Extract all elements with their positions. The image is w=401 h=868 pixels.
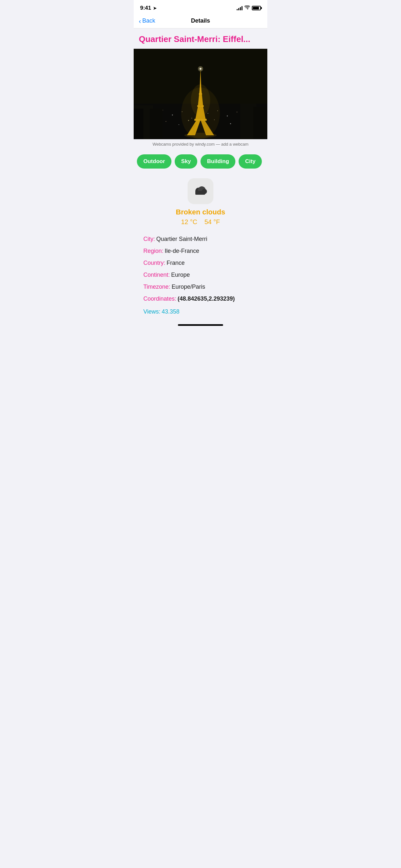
coordinates-value: (48.842635,2.293239) xyxy=(178,294,235,303)
back-chevron-icon: ‹ xyxy=(139,18,141,24)
views-value: 43.358 xyxy=(162,308,180,315)
wifi-icon xyxy=(244,5,250,11)
svg-point-24 xyxy=(230,123,231,124)
info-section: City: Quartier Saint-Merri Region: Ile-d… xyxy=(134,232,267,321)
tag-building[interactable]: Building xyxy=(201,154,235,168)
country-label: Country: xyxy=(143,259,165,268)
views-label: Views: xyxy=(143,308,160,315)
info-timezone-row: Timezone: Europe/Paris xyxy=(143,283,258,291)
svg-point-44 xyxy=(198,66,203,71)
svg-rect-53 xyxy=(195,191,205,195)
tag-sky[interactable]: Sky xyxy=(175,154,197,168)
status-bar: 9:41 ➤ xyxy=(134,0,267,14)
timezone-value: Europe/Paris xyxy=(172,283,205,291)
camera-image xyxy=(134,49,267,139)
time-display: 9:41 xyxy=(140,5,151,11)
svg-point-20 xyxy=(179,124,179,125)
svg-point-19 xyxy=(166,121,166,122)
temp-celsius: 12 °C xyxy=(181,218,197,225)
coordinates-label: Coordinates: xyxy=(143,294,176,303)
region-label: Region: xyxy=(143,247,163,255)
signal-icon xyxy=(237,6,243,10)
page-title: Quartier Saint-Merri: Eiffel... xyxy=(139,34,262,44)
svg-point-42 xyxy=(191,84,210,117)
info-city-row: City: Quartier Saint-Merri xyxy=(143,235,258,244)
tag-city[interactable]: City xyxy=(239,154,262,168)
nav-title: Details xyxy=(191,18,210,24)
info-continent-row: Continent: Europe xyxy=(143,271,258,279)
svg-point-12 xyxy=(227,116,228,117)
back-button[interactable]: ‹ Back xyxy=(139,18,155,24)
info-country-row: Country: France xyxy=(143,259,258,268)
svg-rect-31 xyxy=(134,108,143,139)
battery-icon xyxy=(252,6,261,10)
timezone-label: Timezone: xyxy=(143,283,170,291)
status-icons xyxy=(237,5,261,11)
location-arrow-icon: ➤ xyxy=(153,6,157,11)
city-value: Quartier Saint-Merri xyxy=(156,235,207,244)
tag-outdoor[interactable]: Outdoor xyxy=(137,154,172,168)
home-indicator xyxy=(134,321,267,329)
info-coordinates-row: Coordinates: (48.842635,2.293239) xyxy=(143,294,258,303)
continent-value: Europe xyxy=(171,271,190,279)
weather-condition: Broken clouds xyxy=(176,208,225,216)
continent-label: Continent: xyxy=(143,271,170,279)
country-value: France xyxy=(166,259,185,268)
views-row: Views: 43.358 xyxy=(143,308,258,315)
info-region-row: Region: Ile-de-France xyxy=(143,247,258,255)
svg-point-6 xyxy=(172,115,173,116)
tags-section: Outdoor Sky Building City xyxy=(134,149,267,175)
city-label: City: xyxy=(143,235,155,244)
weather-temp: 12 °C 54 °F xyxy=(181,218,220,226)
svg-rect-28 xyxy=(150,108,163,139)
back-label: Back xyxy=(143,18,155,24)
region-value: Ile-de-France xyxy=(165,247,199,255)
page-title-section: Quartier Saint-Merri: Eiffel... xyxy=(134,28,267,49)
camera-caption: Webcams provided by windy.com — add a we… xyxy=(134,139,267,149)
weather-section: Broken clouds 12 °C 54 °F xyxy=(134,175,267,232)
svg-point-49 xyxy=(184,133,217,138)
svg-rect-30 xyxy=(253,107,267,139)
cloud-icon xyxy=(193,184,208,198)
home-bar xyxy=(178,324,223,326)
temp-fahrenheit: 54 °F xyxy=(204,218,220,225)
nav-bar: ‹ Back Details xyxy=(134,14,267,28)
status-time: 9:41 ➤ xyxy=(140,5,157,11)
weather-icon-container xyxy=(188,178,213,204)
svg-point-13 xyxy=(237,112,237,113)
